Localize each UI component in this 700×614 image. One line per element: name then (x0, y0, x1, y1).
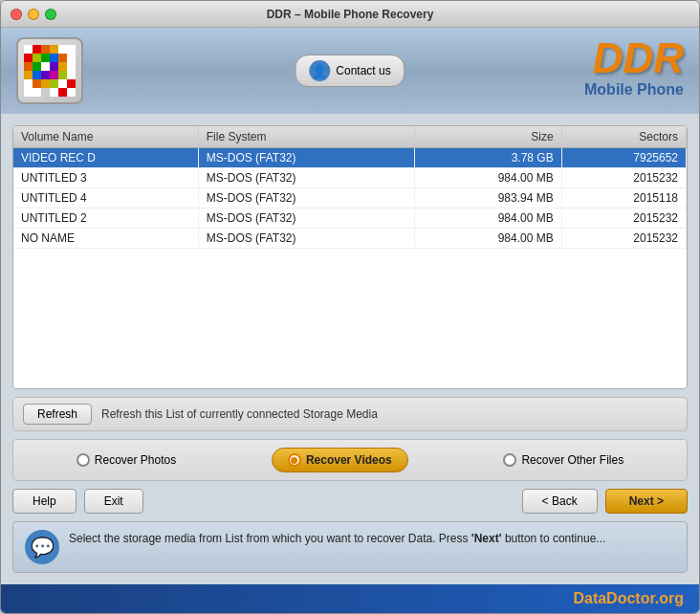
close-button[interactable] (11, 9, 22, 20)
cell-size: 3.78 GB (415, 148, 561, 168)
recover-videos-radio[interactable] (288, 453, 301, 467)
recover-photos-label: Recover Photos (95, 453, 176, 467)
help-button[interactable]: Help (12, 489, 77, 514)
table-row[interactable]: VIDEO REC D MS-DOS (FAT32) 3.78 GB 79256… (13, 148, 687, 168)
cell-fs: MS-DOS (FAT32) (198, 208, 415, 229)
bottom-buttons: Help Exit < Back Next > (12, 489, 688, 514)
cell-size: 984.00 MB (415, 168, 561, 188)
recover-other-radio[interactable] (503, 453, 516, 467)
footer-brand: DataDoctor.org (573, 590, 684, 606)
app-logo (16, 37, 83, 104)
app-window: DDR – Mobile Phone Recovery 👤 Contact u (0, 0, 700, 614)
cell-volume: NO NAME (13, 229, 198, 249)
maximize-button[interactable] (45, 9, 56, 20)
col-header-volume: Volume Name (13, 126, 198, 148)
main-content: Volume Name File System Size Sectors VID… (1, 114, 699, 584)
cell-sectors: 7925652 (561, 148, 686, 168)
ddr-logo: DDR Mobile Phone (584, 37, 684, 99)
recover-photos-option[interactable]: Recover Photos (77, 453, 176, 467)
recover-photos-radio[interactable] (77, 453, 90, 467)
contact-button[interactable]: 👤 Contact us (295, 55, 405, 87)
table-row[interactable]: UNTITLED 4 MS-DOS (FAT32) 983.94 MB 2015… (13, 188, 687, 208)
table-row[interactable]: NO NAME MS-DOS (FAT32) 984.00 MB 2015232 (13, 229, 687, 249)
ddr-text: DDR (584, 37, 684, 79)
cell-sectors: 2015118 (561, 188, 686, 208)
cell-fs: MS-DOS (FAT32) (198, 148, 415, 168)
recovery-options-bar: Recover Photos Recover Videos Recover Ot… (12, 439, 688, 481)
volume-table-section: Volume Name File System Size Sectors VID… (12, 125, 688, 389)
recover-other-option[interactable]: Recover Other Files (503, 453, 623, 467)
recover-videos-radio-dot (291, 457, 297, 464)
cell-fs: MS-DOS (FAT32) (198, 229, 415, 249)
exit-button[interactable]: Exit (84, 489, 143, 514)
recover-other-label: Recover Other Files (521, 453, 623, 467)
window-title: DDR – Mobile Phone Recovery (267, 8, 434, 21)
footer: DataDoctor.org (1, 584, 699, 613)
cell-volume: UNTITLED 3 (13, 168, 198, 188)
table-row[interactable]: UNTITLED 2 MS-DOS (FAT32) 984.00 MB 2015… (13, 208, 687, 229)
minimize-button[interactable] (28, 9, 39, 20)
next-button[interactable]: Next > (605, 489, 688, 514)
contact-label: Contact us (336, 64, 390, 77)
refresh-bar: Refresh Refresh this List of currently c… (12, 397, 688, 431)
cell-sectors: 2015232 (561, 229, 686, 249)
refresh-description: Refresh this List of currently connected… (101, 407, 378, 421)
cell-fs: MS-DOS (FAT32) (198, 188, 415, 208)
col-header-size: Size (415, 126, 561, 148)
col-header-sectors: Sectors (561, 126, 686, 148)
cell-sectors: 2015232 (561, 208, 686, 229)
mobile-text: Mobile Phone (584, 81, 684, 99)
back-button[interactable]: < Back (522, 489, 598, 514)
col-header-fs: File System (198, 126, 415, 148)
cell-size: 984.00 MB (415, 229, 561, 249)
info-bar: 💬 Select the storage media from List fro… (12, 521, 688, 573)
cell-volume: UNTITLED 4 (13, 188, 198, 208)
cell-size: 984.00 MB (415, 208, 561, 229)
window-controls (11, 9, 56, 20)
info-message: Select the storage media from List from … (69, 530, 605, 547)
contact-icon: 👤 (309, 60, 330, 81)
refresh-button[interactable]: Refresh (23, 404, 92, 425)
footer-text: DataDoctor.org (573, 590, 684, 607)
cell-sectors: 2015232 (561, 168, 686, 188)
volume-table: Volume Name File System Size Sectors VID… (13, 126, 687, 249)
header: 👤 Contact us DDR Mobile Phone (1, 28, 699, 114)
title-bar: DDR – Mobile Phone Recovery (1, 1, 699, 28)
cell-fs: MS-DOS (FAT32) (198, 168, 415, 188)
cell-volume: VIDEO REC D (13, 148, 198, 168)
table-row[interactable]: UNTITLED 3 MS-DOS (FAT32) 984.00 MB 2015… (13, 168, 687, 188)
cell-size: 983.94 MB (415, 188, 561, 208)
info-icon: 💬 (25, 530, 59, 564)
recover-videos-option[interactable]: Recover Videos (272, 448, 408, 472)
logo-mosaic (24, 45, 76, 97)
recover-videos-label: Recover Videos (306, 453, 392, 467)
cell-volume: UNTITLED 2 (13, 208, 198, 229)
